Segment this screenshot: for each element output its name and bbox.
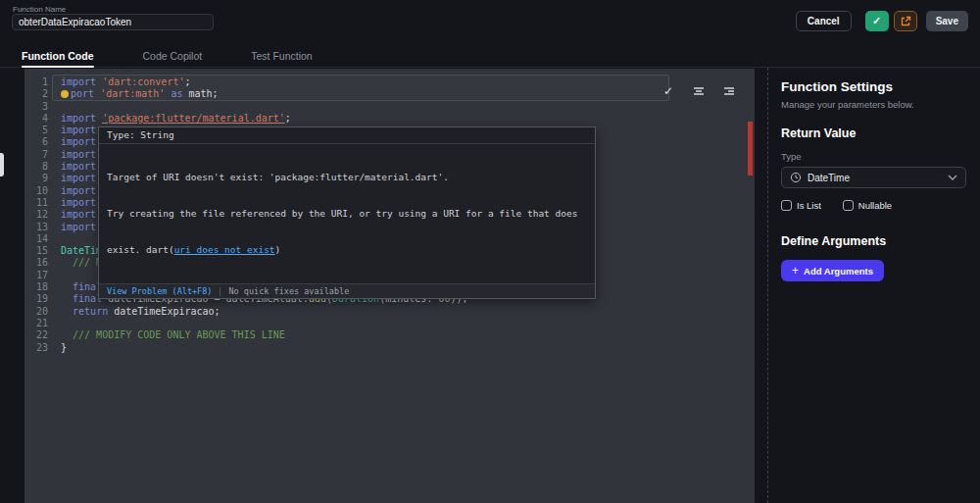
line-number: 23	[24, 342, 48, 354]
line-content: import	[61, 161, 96, 173]
error-overview-mark	[748, 122, 753, 176]
line-content: return dateTimeExpiracao;	[61, 306, 220, 318]
define-arguments-title: Define Arguments	[781, 234, 966, 248]
line-number: 17	[24, 270, 48, 281]
function-settings-title: Function Settings	[781, 79, 966, 94]
line-content: import	[61, 136, 96, 148]
header-actions: Cancel ✓ Save	[796, 11, 968, 31]
code-line[interactable]: 23}	[24, 342, 755, 354]
line-number: 13	[24, 222, 48, 233]
tooltip-line-3: exist. dart(uri_does_not_exist)	[107, 244, 587, 256]
custom-function-editor: Function Name Cancel ✓ Save Function Cod…	[0, 0, 980, 503]
line-content: /// MODIFY CODE ONLY ABOVE THIS LINE	[61, 329, 285, 341]
line-number: 7	[24, 149, 48, 161]
function-name-input[interactable]	[12, 14, 214, 30]
line-number: 20	[24, 306, 48, 318]
header: Function Name Cancel ✓ Save	[0, 0, 980, 44]
tab-code-copilot[interactable]: Code Copilot	[143, 44, 203, 67]
open-in-new-button[interactable]	[894, 11, 917, 31]
align-right-icon	[723, 86, 735, 96]
return-value-options: Is List Nullable	[781, 200, 966, 211]
uri-does-not-exist-link[interactable]: uri_does_not_exist	[174, 244, 275, 255]
line-content: }	[61, 342, 67, 354]
line-number: 18	[24, 281, 48, 293]
nullable-option[interactable]: Nullable	[843, 200, 892, 211]
tab-bar: Function Code Code Copilot Test Function	[0, 44, 980, 68]
add-arguments-button[interactable]: + Add Arguments	[781, 260, 884, 281]
line-number: 8	[24, 161, 48, 173]
function-name-label: Function Name	[13, 5, 66, 14]
tooltip-type-line: Type: String	[99, 127, 595, 144]
line-number: 9	[24, 173, 48, 184]
check-code-button[interactable]: ✓	[657, 80, 680, 102]
validate-code-button[interactable]: ✓	[865, 11, 889, 31]
quick-fix-lightbulb-icon[interactable]	[61, 90, 69, 98]
error-tooltip: Type: String Target of URI doesn't exist…	[98, 126, 596, 299]
left-scroll-indicator[interactable]	[0, 153, 4, 176]
line-content: import	[61, 149, 96, 161]
line-number: 10	[24, 185, 48, 197]
line-number: 22	[24, 329, 48, 341]
code-line[interactable]: 2port 'dart:math' as math;	[24, 88, 755, 100]
is-list-checkbox[interactable]	[781, 200, 792, 211]
cancel-button[interactable]: Cancel	[796, 11, 852, 31]
view-problem-link[interactable]: View Problem (Alt+F8)	[107, 286, 212, 296]
align-center-icon	[693, 86, 705, 96]
tooltip-body: Target of URI doesn't exist: 'package:fl…	[99, 144, 595, 283]
line-content: port 'dart:math' as math;	[61, 88, 219, 100]
code-line[interactable]: 1import 'dart:convert';	[24, 76, 755, 88]
check-icon: ✓	[872, 15, 881, 27]
footer-divider	[220, 287, 220, 296]
check-icon: ✓	[663, 84, 673, 98]
return-type-dropdown[interactable]: DateTime	[781, 167, 966, 188]
line-number: 3	[24, 101, 48, 113]
is-list-option[interactable]: Is List	[781, 200, 821, 211]
line-number: 5	[24, 125, 48, 136]
tooltip-footer: View Problem (Alt+F8) No quick fixes ava…	[99, 283, 595, 298]
line-number: 15	[24, 245, 48, 257]
plus-icon: +	[792, 265, 799, 277]
line-content: import	[61, 173, 96, 184]
is-list-label: Is List	[797, 200, 821, 211]
line-number: 19	[24, 293, 48, 305]
line-number: 21	[24, 318, 48, 329]
tooltip-line-2: Try creating the file referenced by the …	[107, 208, 587, 220]
clock-icon	[790, 172, 802, 183]
type-label: Type	[781, 151, 966, 162]
line-number: 6	[24, 136, 48, 148]
nullable-checkbox[interactable]	[843, 200, 854, 211]
return-value-title: Return Value	[781, 126, 966, 140]
line-number: 16	[24, 257, 48, 269]
code-line[interactable]: 3	[24, 101, 755, 113]
tab-function-code[interactable]: Function Code	[22, 44, 94, 67]
open-in-new-icon	[900, 16, 911, 27]
code-line[interactable]: 4import 'package:flutter/material.dart';	[24, 113, 755, 125]
line-number: 14	[24, 233, 48, 245]
line-number: 11	[24, 197, 48, 209]
function-settings-panel: Function Settings Manage your parameters…	[767, 68, 980, 503]
line-number: 12	[24, 209, 48, 221]
line-content: import	[61, 185, 96, 197]
tooltip-line-1: Target of URI doesn't exist: 'package:fl…	[107, 172, 587, 183]
editor-toolbar: ✓	[657, 80, 741, 102]
no-quick-fixes-text: No quick fixes available	[228, 286, 349, 296]
save-button[interactable]: Save	[926, 11, 968, 31]
tab-test-function[interactable]: Test Function	[251, 44, 312, 67]
code-line[interactable]: 22 /// MODIFY CODE ONLY ABOVE THIS LINE	[24, 329, 755, 341]
line-number: 2	[24, 88, 48, 100]
code-line[interactable]: 20 return dateTimeExpiracao;	[24, 306, 755, 318]
line-content: import 'package:flutter/material.dart';	[61, 113, 291, 125]
add-arguments-label: Add Arguments	[804, 266, 873, 277]
nullable-label: Nullable	[858, 200, 892, 211]
return-type-value: DateTime	[808, 173, 942, 183]
code-line[interactable]: 21	[24, 318, 755, 329]
line-number: 4	[24, 113, 48, 125]
function-settings-subtitle: Manage your parameters below.	[781, 99, 966, 110]
line-content: import	[61, 125, 96, 136]
line-content: import 'dart:convert';	[61, 76, 190, 88]
format-code-button[interactable]	[687, 80, 710, 102]
line-number: 1	[24, 76, 48, 88]
indent-code-button[interactable]	[717, 80, 741, 102]
chevron-down-icon	[948, 175, 957, 180]
